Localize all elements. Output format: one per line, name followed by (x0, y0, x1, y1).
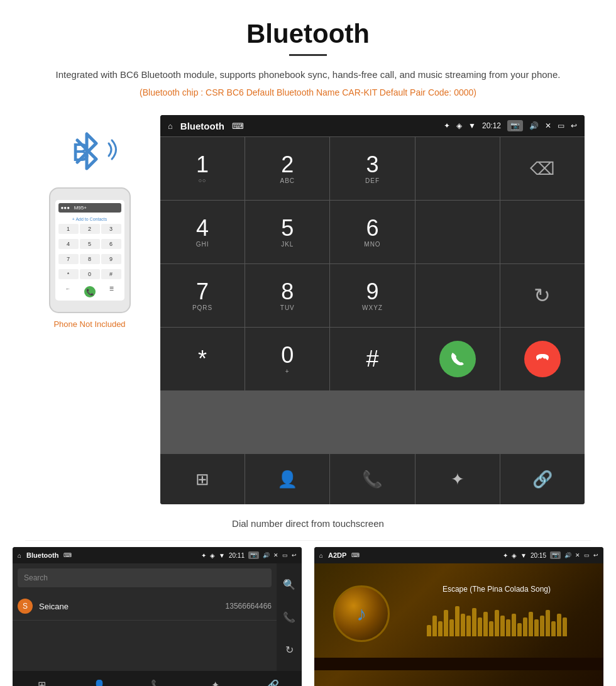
pb-refresh-icon[interactable]: ↻ (285, 644, 294, 656)
pb-volume-icon[interactable]: 🔊 (263, 552, 270, 558)
call-green-button[interactable] (439, 341, 476, 377)
back-icon[interactable]: ↩ (571, 121, 577, 130)
volume-icon[interactable]: 🔊 (529, 121, 539, 130)
music-volume-icon[interactable]: 🔊 (564, 552, 571, 558)
dialpad: 1 ○○ 2 ABC 3 DEF ⌫ 4 GHI 5 JKL (160, 136, 585, 454)
nav-apps[interactable]: ⊞ (160, 454, 245, 504)
pb-signal-icon: ▼ (219, 552, 225, 559)
eq-bar (427, 625, 431, 636)
end-call-icon (534, 350, 551, 368)
music-bt-icon: ✦ (503, 552, 508, 559)
dial-backspace[interactable]: ⌫ (500, 137, 585, 200)
phone-key-hash: # (101, 269, 121, 279)
pb-nav-bt[interactable]: ✦ (186, 671, 244, 686)
eq-bar (540, 616, 544, 636)
dial-empty-r2c5 (500, 201, 585, 263)
phone-not-included-label: Phone Not Included (53, 319, 125, 329)
main-section: ʙ ●●● M95+ + Add to Contacts 1 2 3 (0, 115, 616, 511)
bt-icon-area: ʙ (58, 128, 121, 178)
music-camera-icon[interactable]: 📷 (550, 551, 561, 559)
nav-link[interactable]: 🔗 (500, 454, 585, 504)
eq-bar (472, 608, 476, 636)
phone-key-0: 0 (80, 269, 100, 279)
eq-bar (557, 614, 561, 636)
eq-bar (478, 617, 482, 636)
phone-key-8: 8 (80, 254, 100, 264)
eq-bar (517, 623, 522, 636)
pb-nav-phone[interactable]: 📞 (128, 671, 186, 686)
dial-key-5[interactable]: 5 JKL (245, 201, 329, 263)
phonebook-body: Search S Seicane 13566664466 🔍 📞 ↻ (13, 563, 302, 671)
pb-statusbar: ⌂ Bluetooth ⌨ ✦ ◈ ▼ 20:11 📷 🔊 ✕ ▭ ↩ (13, 547, 302, 563)
music-time: 20:15 (531, 552, 546, 559)
music-close-icon[interactable]: ✕ (575, 552, 580, 558)
music-signal-icon: ▼ (520, 552, 527, 559)
pb-camera-icon[interactable]: 📷 (248, 551, 259, 559)
dial-key-hash[interactable]: # (330, 328, 414, 390)
dial-call-red-cell[interactable] (500, 328, 585, 390)
nav-phone[interactable]: 📞 (330, 454, 414, 504)
dial-key-3[interactable]: 3 DEF (330, 137, 414, 200)
camera-icon[interactable]: 📷 (507, 120, 523, 131)
eq-bar (432, 616, 437, 636)
eq-bar (461, 614, 465, 636)
music-content: ♪ Escape (The Pina Colada Song) (314, 563, 603, 686)
music-home-icon[interactable]: ⌂ (319, 552, 323, 559)
pb-bt-icon: ✦ (201, 552, 206, 559)
dial-key-8[interactable]: 8 TUV (245, 264, 329, 327)
home-icon[interactable]: ⌂ (168, 121, 173, 131)
eq-bar (438, 621, 443, 636)
close-icon[interactable]: ✕ (545, 121, 551, 130)
pb-back-icon[interactable]: ↩ (292, 552, 297, 558)
dial-key-7[interactable]: 7 PQRS (160, 264, 245, 327)
pb-close-icon[interactable]: ✕ (273, 552, 278, 558)
end-call-button[interactable] (524, 341, 561, 377)
eq-bar (444, 610, 448, 636)
phone-back-key: ← (65, 286, 70, 297)
pb-window-icon[interactable]: ▭ (282, 552, 288, 558)
pb-nav-link[interactable]: 🔗 (244, 671, 302, 686)
dial-key-6[interactable]: 6 MNO (330, 201, 414, 263)
statusbar-title: Bluetooth (180, 121, 224, 131)
eq-bar (534, 619, 539, 636)
pb-search-icon[interactable]: 🔍 (283, 578, 295, 590)
dial-call-green-cell[interactable] (415, 328, 500, 390)
phonebook-search[interactable]: Search (18, 568, 272, 587)
music-spacer (314, 658, 603, 670)
dial-key-4[interactable]: 4 GHI (160, 201, 245, 263)
phone-key-4: 4 (58, 239, 79, 249)
phonebook-right-icons: 🔍 📞 ↻ (277, 563, 302, 671)
eq-bar (529, 612, 533, 636)
phone-keypad: 1 2 3 4 5 6 7 8 9 * 0 # (58, 224, 121, 283)
phone-key-5: 5 (80, 239, 100, 249)
subtitle: Integrated with BC6 Bluetooth module, su… (13, 67, 603, 82)
usb-icon: ⌨ (232, 121, 244, 131)
music-back-icon[interactable]: ↩ (593, 552, 598, 558)
phone-call-btn: 📞 (84, 286, 96, 297)
dial-redial[interactable]: ↻ (500, 264, 585, 327)
dial-key-2[interactable]: 2 ABC (245, 137, 329, 200)
bt-status-icon: ✦ (444, 121, 450, 130)
nav-bluetooth[interactable]: ✦ (415, 454, 500, 504)
phonebook-panel: ⌂ Bluetooth ⌨ ✦ ◈ ▼ 20:11 📷 🔊 ✕ ▭ ↩ (13, 547, 302, 686)
dial-key-1[interactable]: 1 ○○ (160, 137, 245, 200)
contact-name: Seicane (39, 602, 226, 611)
phone-key-7: 7 (58, 254, 79, 264)
contact-row[interactable]: S Seicane 13566664466 (13, 592, 277, 621)
phone-key-9: 9 (101, 254, 121, 264)
window-icon[interactable]: ▭ (558, 121, 564, 130)
signal-waves-svg (90, 134, 121, 165)
pb-call-icon[interactable]: 📞 (283, 611, 295, 623)
eq-bar (512, 614, 516, 636)
dial-key-star[interactable]: * (160, 328, 245, 390)
eq-bar (489, 621, 493, 636)
dial-key-0[interactable]: 0 + (245, 328, 329, 390)
pb-nav-contacts[interactable]: 👤 (70, 671, 128, 686)
dial-key-9[interactable]: 9 WXYZ (330, 264, 414, 327)
nav-contacts[interactable]: 👤 (245, 454, 329, 504)
eq-bar (563, 617, 567, 636)
pb-nav-apps[interactable]: ⊞ (13, 671, 70, 686)
music-window-icon[interactable]: ▭ (584, 552, 590, 558)
equalizer (405, 599, 588, 636)
pb-home-icon[interactable]: ⌂ (18, 552, 21, 559)
